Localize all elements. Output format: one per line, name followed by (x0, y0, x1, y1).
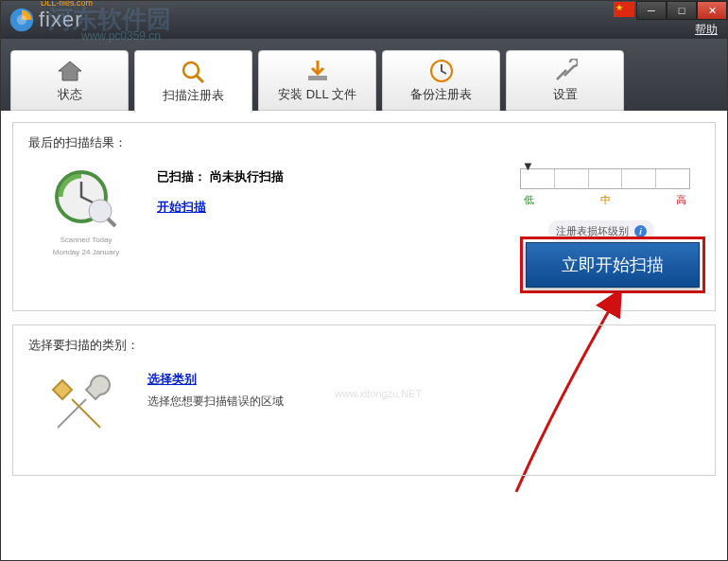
close-button[interactable]: ✕ (697, 1, 727, 20)
home-icon (56, 58, 84, 84)
scan-status-icon-area: Scanned Today Monday 24 January (43, 168, 129, 257)
tab-label: 备份注册表 (410, 86, 472, 103)
tab-label: 设置 (553, 86, 578, 103)
language-flag-icon[interactable] (614, 2, 634, 17)
icon-caption-1: Scanned Today (43, 237, 129, 245)
svg-point-1 (17, 15, 27, 26)
scanned-label: 已扫描： (157, 169, 206, 184)
category-info: 选择类别 选择您想要扫描错误的区域 (147, 371, 284, 445)
tab-status[interactable]: 状态 (10, 50, 129, 111)
panel-title: 最后的扫描结果： (28, 134, 700, 151)
scanned-value: 尚未执行扫描 (210, 169, 284, 184)
svg-line-8 (108, 219, 115, 226)
damage-gauge: ▼ 低 中 高 注册表损坏级别 i (520, 168, 690, 242)
help-link[interactable]: 帮助 (695, 22, 718, 38)
clock-icon (427, 58, 456, 84)
tab-label: 扫描注册表 (163, 87, 224, 104)
gauge-scale (520, 168, 690, 189)
gauge-mid: 中 (600, 193, 611, 207)
app-window: DLL-files.com fixer ─ □ ✕ 帮助 河东软件园 www.p… (0, 0, 728, 561)
logo-text: fixer (39, 8, 93, 32)
titlebar: DLL-files.com fixer ─ □ ✕ 帮助 (1, 1, 727, 39)
svg-rect-4 (308, 76, 327, 80)
tab-scan-registry[interactable]: 扫描注册表 (134, 50, 252, 113)
icon-caption-2: Monday 24 January (43, 249, 129, 257)
scan-results-panel: 最后的扫描结果： Scanned Today Monday 24 January (12, 122, 716, 311)
panel-title: 选择要扫描的类别： (28, 337, 700, 354)
gauge-high: 高 (676, 193, 686, 207)
tools-icon (551, 58, 580, 84)
start-scan-now-button[interactable]: 立即开始扫描 (526, 242, 700, 288)
tab-install-dll[interactable]: 安装 DLL 文件 (258, 50, 376, 111)
history-clock-icon (53, 168, 119, 230)
maximize-button[interactable]: □ (667, 1, 697, 20)
download-icon (303, 58, 332, 84)
svg-line-3 (197, 76, 203, 82)
logo-subtitle: DLL-files.com (41, 0, 93, 8)
logo-icon (9, 7, 35, 33)
scan-info-text: 已扫描： 尚未执行扫描 开始扫描 (157, 168, 284, 257)
logo-area: DLL-files.com fixer (9, 7, 93, 33)
tools-large-icon (43, 371, 119, 445)
tabs-bar: 状态 扫描注册表 安装 DLL 文件 备份注册表 设置 (1, 39, 727, 111)
window-controls: ─ □ ✕ (614, 1, 727, 20)
gauge-marker-icon: ▼ (522, 159, 534, 173)
tab-label: 状态 (58, 86, 82, 103)
tab-settings[interactable]: 设置 (506, 50, 624, 111)
svg-point-2 (183, 62, 199, 78)
start-scan-link[interactable]: 开始扫描 (157, 200, 206, 214)
gauge-labels: 低 中 高 (520, 193, 690, 207)
tab-backup-registry[interactable]: 备份注册表 (382, 50, 500, 111)
category-panel: 选择要扫描的类别： 选择类别 选择您想要扫描错误的区域 (12, 324, 716, 476)
cta-highlight-box: 立即开始扫描 (520, 237, 705, 293)
category-desc: 选择您想要扫描错误的区域 (147, 394, 284, 410)
select-category-link[interactable]: 选择类别 (147, 372, 197, 386)
content-area: 最后的扫描结果： Scanned Today Monday 24 January (1, 111, 727, 558)
tab-label: 安装 DLL 文件 (278, 86, 356, 103)
minimize-button[interactable]: ─ (636, 1, 667, 20)
magnifier-icon (180, 59, 208, 85)
gauge-low: 低 (524, 193, 534, 207)
